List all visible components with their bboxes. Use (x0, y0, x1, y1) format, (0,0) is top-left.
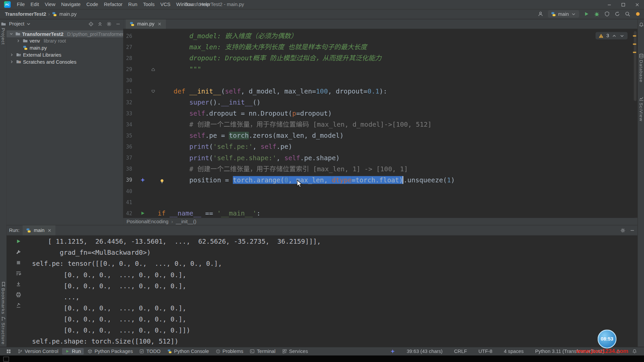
status-item-services[interactable]: Services (279, 348, 311, 355)
status-item-version-control[interactable]: Version Control (15, 348, 61, 355)
line-number[interactable]: 32 (123, 97, 136, 108)
line-number[interactable]: 37 (123, 152, 136, 163)
tree-item-external-libraries[interactable]: External Libraries (7, 51, 123, 58)
line-number[interactable]: 42 (123, 208, 136, 218)
status-item-crlf[interactable]: CRLF (451, 348, 470, 355)
code-line[interactable]: 30 (123, 75, 637, 86)
hide-icon[interactable] (630, 228, 635, 233)
chevron-right-icon[interactable] (9, 60, 14, 64)
line-number[interactable]: 33 (123, 108, 136, 119)
ai-star-button[interactable] (387, 349, 398, 354)
breadcrumb-project[interactable]: TransformerTest2 (5, 11, 46, 17)
status-item-utf-8[interactable]: UTF-8 (476, 348, 495, 355)
fold-marker-icon[interactable] (149, 64, 158, 75)
softwrap-button[interactable] (14, 269, 23, 277)
tool-button-structure[interactable]: Structure (0, 316, 7, 345)
stop-button[interactable] (14, 259, 23, 266)
run-tab-main[interactable]: main (23, 225, 56, 235)
code-line[interactable]: 34 # 创建一个二维张量，用于存储位置编码 [max_len, d_model… (123, 119, 637, 130)
code-line[interactable]: 31 def __init__(self, d_model, max_len=1… (123, 86, 637, 97)
status-item-39-63-43-chars[interactable]: 39:63 (43 chars) (404, 348, 445, 355)
code-line[interactable]: 36 print('self.pe:', self.pe) (123, 141, 637, 152)
line-number[interactable]: 28 (123, 53, 136, 64)
tab-close-icon[interactable] (47, 228, 52, 233)
breadcrumb-class[interactable]: PositionalEncoding (126, 219, 168, 224)
inspections-widget[interactable]: 3 (596, 32, 628, 40)
settings-icon[interactable] (620, 228, 626, 233)
tool-button-project[interactable]: Project (0, 21, 7, 45)
line-number[interactable]: 27 (123, 42, 136, 53)
tool-button-bookmarks[interactable]: Bookmarks (0, 282, 7, 314)
chevron-up-icon[interactable] (611, 33, 617, 39)
tool-button-bell[interactable] (638, 22, 644, 27)
menu-code[interactable]: Code (84, 0, 101, 9)
bell-button[interactable] (629, 349, 640, 354)
chevron-down-icon[interactable] (26, 21, 32, 26)
menu-navigate[interactable]: Navigate (58, 0, 84, 9)
tool-button-sciview[interactable]: SciView (638, 96, 644, 122)
status-item-problems[interactable]: Problems (213, 348, 246, 355)
menu-file[interactable]: File (14, 0, 28, 9)
minimize-button[interactable] (602, 0, 616, 9)
fold-marker-icon[interactable] (149, 86, 158, 97)
status-item-python-console[interactable]: Python Console (164, 348, 212, 355)
line-number[interactable]: 39 (123, 174, 136, 185)
menu-refactor[interactable]: Refactor (101, 0, 125, 9)
line-number[interactable]: 38 (123, 163, 136, 174)
code-line[interactable]: 42if __name__ == '__main__': (123, 208, 637, 218)
menu-edit[interactable]: Edit (28, 0, 42, 9)
hide-icon[interactable] (115, 21, 121, 26)
search-icon[interactable] (625, 11, 630, 17)
code-line[interactable]: 37 print('self.pe.shape:', self.pe.shape… (123, 152, 637, 163)
code-line[interactable]: 29 """ (123, 64, 637, 75)
rerun-button[interactable] (14, 238, 23, 245)
menu-view[interactable]: View (42, 0, 58, 9)
chevron-down-icon[interactable] (9, 32, 13, 36)
line-number[interactable]: 41 (123, 197, 136, 208)
line-number[interactable]: 34 (123, 119, 136, 130)
tree-item-scratches-and-consoles[interactable]: Scratches and Consoles (7, 58, 123, 65)
code-line[interactable]: 38 # 创建一个二维张量，用于存储位置索引 [max_len, 1] -> [… (123, 163, 637, 174)
record-icon[interactable] (635, 11, 641, 17)
settings-wrench-button[interactable] (14, 248, 23, 255)
update-icon[interactable] (614, 11, 620, 17)
ai-star-icon[interactable] (137, 174, 149, 185)
coverage-icon[interactable] (604, 11, 610, 17)
chevron-down-icon[interactable] (620, 33, 625, 39)
line-number[interactable]: 30 (123, 75, 136, 86)
code-line[interactable]: 41 (123, 197, 637, 208)
run-icon[interactable] (584, 11, 589, 17)
settings-icon[interactable] (106, 21, 112, 26)
tree-item-transformertest2[interactable]: TransformerTest2D:\python_pro\Transforme… (7, 31, 123, 38)
code-line[interactable]: 35 self.pe = torch.zeros(max_len, d_mode… (123, 130, 637, 141)
line-number[interactable]: 36 (123, 141, 136, 152)
status-item-todo[interactable]: TODO (137, 348, 163, 355)
code-line[interactable]: 28 dropout: Dropout概率 防止模型过拟合，从而提升其泛化能力 (123, 53, 637, 64)
line-number[interactable]: 31 (123, 86, 136, 97)
editor-scrollbar[interactable] (634, 31, 637, 101)
run-config-selector[interactable]: main (548, 10, 579, 18)
project-panel-title[interactable]: Project (9, 21, 24, 26)
line-number[interactable]: 40 (123, 185, 136, 196)
tree-item-venv[interactable]: venvlibrary root (7, 37, 123, 44)
line-number[interactable]: 26 (123, 31, 136, 42)
debug-icon[interactable] (594, 11, 600, 17)
status-item-4-spaces[interactable]: 4 spaces (501, 348, 527, 355)
collapse-all-icon[interactable] (97, 21, 103, 26)
status-item-run[interactable]: Run (62, 348, 84, 355)
print-button[interactable] (14, 291, 23, 298)
user-icon[interactable] (538, 11, 543, 17)
code-line[interactable]: 39 position = torch.arange(0, max_len, d… (123, 174, 637, 185)
tab-main-py[interactable]: main.py (126, 19, 166, 28)
tab-close-icon[interactable] (157, 21, 162, 26)
code-line[interactable]: 40 (123, 185, 637, 196)
breadcrumb-file[interactable]: main.py (59, 11, 76, 17)
code-editor[interactable]: 26 d_model: 嵌入维度（必须为偶数）27 max_len: 支持的最大… (123, 29, 637, 218)
code-line[interactable]: 33 self.dropout = nn.Dropout(p=dropout) (123, 108, 637, 119)
breadcrumb-method[interactable]: __init__() (176, 219, 196, 224)
locate-icon[interactable] (88, 21, 94, 26)
chevron-right-icon[interactable] (9, 53, 14, 57)
run-line-icon[interactable] (137, 208, 149, 218)
line-number[interactable]: 29 (123, 64, 136, 75)
clear-button[interactable] (14, 302, 23, 309)
